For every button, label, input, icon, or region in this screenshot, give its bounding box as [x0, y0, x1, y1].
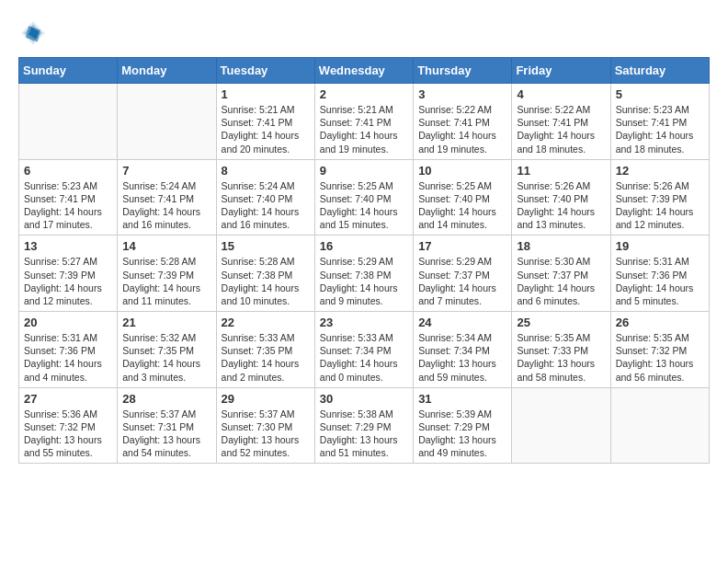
calendar-cell: 16Sunrise: 5:29 AM Sunset: 7:38 PM Dayli…	[314, 236, 413, 312]
weekday-header-friday: Friday	[512, 58, 610, 84]
calendar-cell: 23Sunrise: 5:33 AM Sunset: 7:34 PM Dayli…	[314, 312, 413, 388]
day-number: 7	[122, 164, 210, 178]
calendar-cell: 24Sunrise: 5:34 AM Sunset: 7:34 PM Dayli…	[414, 312, 512, 388]
day-info: Sunrise: 5:23 AM Sunset: 7:41 PM Dayligh…	[616, 103, 704, 155]
day-info: Sunrise: 5:36 AM Sunset: 7:32 PM Dayligh…	[24, 408, 112, 460]
day-number: 14	[122, 239, 210, 253]
calendar-cell: 30Sunrise: 5:38 AM Sunset: 7:29 PM Dayli…	[314, 387, 413, 464]
day-number: 5	[616, 87, 704, 101]
day-info: Sunrise: 5:21 AM Sunset: 7:41 PM Dayligh…	[320, 103, 408, 155]
day-info: Sunrise: 5:24 AM Sunset: 7:41 PM Dayligh…	[122, 179, 210, 232]
day-number: 13	[24, 239, 112, 253]
day-info: Sunrise: 5:26 AM Sunset: 7:40 PM Dayligh…	[517, 179, 605, 232]
weekday-header-monday: Monday	[118, 58, 216, 84]
day-info: Sunrise: 5:23 AM Sunset: 7:41 PM Dayligh…	[24, 179, 112, 232]
day-info: Sunrise: 5:22 AM Sunset: 7:41 PM Dayligh…	[418, 103, 506, 155]
calendar-cell: 2Sunrise: 5:21 AM Sunset: 7:41 PM Daylig…	[314, 84, 413, 160]
weekday-header-wednesday: Wednesday	[314, 58, 413, 84]
day-number: 19	[616, 239, 704, 253]
day-info: Sunrise: 5:37 AM Sunset: 7:31 PM Dayligh…	[122, 408, 210, 460]
calendar-cell: 15Sunrise: 5:28 AM Sunset: 7:38 PM Dayli…	[216, 236, 314, 312]
calendar-cell: 25Sunrise: 5:35 AM Sunset: 7:33 PM Dayli…	[512, 312, 610, 388]
calendar-week-3: 13Sunrise: 5:27 AM Sunset: 7:39 PM Dayli…	[19, 236, 710, 312]
day-number: 30	[320, 392, 408, 406]
weekday-header-thursday: Thursday	[414, 58, 512, 84]
calendar-cell	[118, 84, 216, 160]
day-info: Sunrise: 5:25 AM Sunset: 7:40 PM Dayligh…	[418, 179, 506, 232]
page-header	[18, 18, 710, 48]
calendar-cell: 29Sunrise: 5:37 AM Sunset: 7:30 PM Dayli…	[216, 387, 314, 464]
day-info: Sunrise: 5:31 AM Sunset: 7:36 PM Dayligh…	[616, 255, 704, 307]
calendar-cell	[19, 84, 118, 160]
day-info: Sunrise: 5:34 AM Sunset: 7:34 PM Dayligh…	[418, 331, 506, 384]
day-info: Sunrise: 5:30 AM Sunset: 7:37 PM Dayligh…	[517, 255, 605, 307]
weekday-header-tuesday: Tuesday	[216, 58, 314, 84]
day-number: 31	[418, 392, 506, 406]
calendar-week-4: 20Sunrise: 5:31 AM Sunset: 7:36 PM Dayli…	[19, 312, 710, 388]
day-info: Sunrise: 5:33 AM Sunset: 7:35 PM Dayligh…	[222, 331, 310, 384]
day-number: 15	[222, 239, 310, 253]
calendar-cell: 7Sunrise: 5:24 AM Sunset: 7:41 PM Daylig…	[118, 159, 216, 236]
day-number: 29	[222, 392, 310, 406]
calendar-week-2: 6Sunrise: 5:23 AM Sunset: 7:41 PM Daylig…	[19, 159, 710, 236]
day-info: Sunrise: 5:28 AM Sunset: 7:39 PM Dayligh…	[122, 255, 210, 307]
day-number: 16	[320, 239, 408, 253]
day-number: 6	[24, 164, 112, 178]
logo	[18, 18, 51, 48]
calendar-cell: 4Sunrise: 5:22 AM Sunset: 7:41 PM Daylig…	[512, 84, 610, 160]
calendar-cell: 9Sunrise: 5:25 AM Sunset: 7:40 PM Daylig…	[314, 159, 413, 236]
day-number: 9	[320, 164, 408, 178]
day-info: Sunrise: 5:27 AM Sunset: 7:39 PM Dayligh…	[24, 255, 112, 307]
calendar-cell: 6Sunrise: 5:23 AM Sunset: 7:41 PM Daylig…	[19, 159, 118, 236]
calendar-cell: 27Sunrise: 5:36 AM Sunset: 7:32 PM Dayli…	[19, 387, 118, 464]
calendar-cell: 20Sunrise: 5:31 AM Sunset: 7:36 PM Dayli…	[19, 312, 118, 388]
calendar-week-5: 27Sunrise: 5:36 AM Sunset: 7:32 PM Dayli…	[19, 387, 710, 464]
day-number: 3	[418, 87, 506, 101]
weekday-header-sunday: Sunday	[19, 58, 118, 84]
day-number: 24	[418, 316, 506, 329]
calendar-cell: 1Sunrise: 5:21 AM Sunset: 7:41 PM Daylig…	[216, 84, 314, 160]
day-info: Sunrise: 5:37 AM Sunset: 7:30 PM Dayligh…	[222, 408, 310, 460]
calendar-cell	[512, 387, 610, 464]
day-info: Sunrise: 5:38 AM Sunset: 7:29 PM Dayligh…	[320, 408, 408, 460]
day-info: Sunrise: 5:22 AM Sunset: 7:41 PM Dayligh…	[517, 103, 605, 155]
day-number: 27	[24, 392, 112, 406]
calendar-cell	[610, 387, 709, 464]
calendar-cell: 28Sunrise: 5:37 AM Sunset: 7:31 PM Dayli…	[118, 387, 216, 464]
day-info: Sunrise: 5:29 AM Sunset: 7:37 PM Dayligh…	[418, 255, 506, 307]
weekday-header-saturday: Saturday	[610, 58, 709, 84]
day-number: 20	[24, 316, 112, 329]
day-number: 10	[418, 164, 506, 178]
day-number: 22	[222, 316, 310, 329]
calendar-cell: 26Sunrise: 5:35 AM Sunset: 7:32 PM Dayli…	[610, 312, 709, 388]
day-number: 12	[616, 164, 704, 178]
day-info: Sunrise: 5:21 AM Sunset: 7:41 PM Dayligh…	[222, 103, 310, 155]
logo-icon	[18, 18, 48, 48]
day-info: Sunrise: 5:35 AM Sunset: 7:32 PM Dayligh…	[616, 331, 704, 384]
calendar-week-1: 1Sunrise: 5:21 AM Sunset: 7:41 PM Daylig…	[19, 84, 710, 160]
day-info: Sunrise: 5:33 AM Sunset: 7:34 PM Dayligh…	[320, 331, 408, 384]
calendar-cell: 21Sunrise: 5:32 AM Sunset: 7:35 PM Dayli…	[118, 312, 216, 388]
calendar-cell: 8Sunrise: 5:24 AM Sunset: 7:40 PM Daylig…	[216, 159, 314, 236]
day-number: 28	[122, 392, 210, 406]
calendar-header-row: SundayMondayTuesdayWednesdayThursdayFrid…	[19, 58, 710, 84]
calendar-cell: 31Sunrise: 5:39 AM Sunset: 7:29 PM Dayli…	[414, 387, 512, 464]
calendar-cell: 22Sunrise: 5:33 AM Sunset: 7:35 PM Dayli…	[216, 312, 314, 388]
calendar-cell: 14Sunrise: 5:28 AM Sunset: 7:39 PM Dayli…	[118, 236, 216, 312]
calendar-cell: 10Sunrise: 5:25 AM Sunset: 7:40 PM Dayli…	[414, 159, 512, 236]
calendar-cell: 19Sunrise: 5:31 AM Sunset: 7:36 PM Dayli…	[610, 236, 709, 312]
calendar-table: SundayMondayTuesdayWednesdayThursdayFrid…	[18, 57, 710, 464]
day-number: 2	[320, 87, 408, 101]
day-number: 17	[418, 239, 506, 253]
calendar-cell: 12Sunrise: 5:26 AM Sunset: 7:39 PM Dayli…	[610, 159, 709, 236]
day-number: 25	[517, 316, 605, 329]
day-number: 4	[517, 87, 605, 101]
day-info: Sunrise: 5:31 AM Sunset: 7:36 PM Dayligh…	[24, 331, 112, 384]
day-info: Sunrise: 5:29 AM Sunset: 7:38 PM Dayligh…	[320, 255, 408, 307]
day-number: 1	[222, 87, 310, 101]
day-info: Sunrise: 5:32 AM Sunset: 7:35 PM Dayligh…	[122, 331, 210, 384]
day-info: Sunrise: 5:25 AM Sunset: 7:40 PM Dayligh…	[320, 179, 408, 232]
day-number: 21	[122, 316, 210, 329]
day-number: 18	[517, 239, 605, 253]
day-info: Sunrise: 5:26 AM Sunset: 7:39 PM Dayligh…	[616, 179, 704, 232]
